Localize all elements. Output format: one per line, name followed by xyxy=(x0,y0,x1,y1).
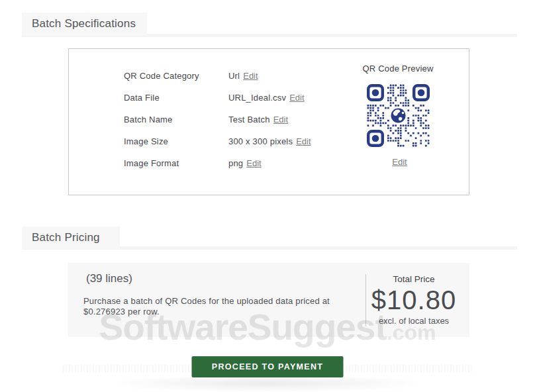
qr-finder-bottom-left xyxy=(368,131,383,146)
spec-row-image-format: Image Format png Edit xyxy=(124,156,262,170)
spec-row-image-size: Image Size 300 x 300 pixels Edit xyxy=(124,134,311,148)
tab-batch-pricing: Batch Pricing xyxy=(22,226,120,249)
total-price-label: Total Price xyxy=(365,274,462,284)
qr-globe-icon xyxy=(389,107,407,124)
pricing-description: Purchase a batch of QR Codes for the upl… xyxy=(83,296,362,317)
total-price-value: $10.80 xyxy=(365,285,462,315)
qr-code-image xyxy=(367,84,430,147)
qr-preview-title: QR Code Preview xyxy=(334,64,462,74)
proceed-to-payment-button[interactable]: PROCEED TO PAYMENT xyxy=(192,356,344,377)
qr-finder-top-right xyxy=(414,85,428,100)
spec-label: Image Format xyxy=(124,158,228,168)
total-price-block: Total Price $10.80 excl. of local taxes xyxy=(365,263,462,326)
spec-row-data-file: Data File URL_Ideal.csv Edit xyxy=(124,91,305,104)
edit-data-file-link[interactable]: Edit xyxy=(289,93,304,103)
qr-preview-column: QR Code Preview xyxy=(334,49,462,168)
spec-value: URL_Ideal.csv xyxy=(228,93,286,103)
spec-value: Url xyxy=(228,71,240,81)
spec-row-batch-name: Batch Name Test Batch Edit xyxy=(124,113,288,126)
tab-batch-specifications: Batch Specifications xyxy=(22,13,147,35)
line-count-label: (39 lines) xyxy=(86,272,132,285)
edit-image-size-link[interactable]: Edit xyxy=(296,136,311,146)
edit-batch-name-link[interactable]: Edit xyxy=(273,115,288,124)
spec-label: Image Size xyxy=(124,136,228,146)
spec-value: 300 x 300 pixels xyxy=(228,136,293,146)
edit-image-format-link[interactable]: Edit xyxy=(246,158,261,168)
spec-label: Data File xyxy=(124,93,228,103)
tax-note: excl. of local taxes xyxy=(365,316,462,326)
edit-category-link[interactable]: Edit xyxy=(243,71,258,81)
spec-tab-label: Batch Specifications xyxy=(32,17,136,30)
edit-qr-design-link[interactable]: Edit xyxy=(392,157,407,167)
spec-label: Batch Name xyxy=(124,115,228,124)
batch-order-page: Batch Specifications QR Code Category Ur… xyxy=(0,0,535,392)
batch-pricing-card: (39 lines) Purchase a batch of QR Codes … xyxy=(68,263,469,337)
spec-value: png xyxy=(228,158,243,168)
bottom-shadow xyxy=(60,377,475,392)
pricing-tab-label: Batch Pricing xyxy=(32,231,100,244)
spec-value: Test Batch xyxy=(228,115,270,124)
qr-finder-top-left xyxy=(368,85,383,100)
spec-label: QR Code Category xyxy=(124,71,228,81)
spec-row-category: QR Code Category Url Edit xyxy=(124,69,258,82)
batch-specifications-card: QR Code Category Url Edit Data File URL_… xyxy=(68,48,469,195)
